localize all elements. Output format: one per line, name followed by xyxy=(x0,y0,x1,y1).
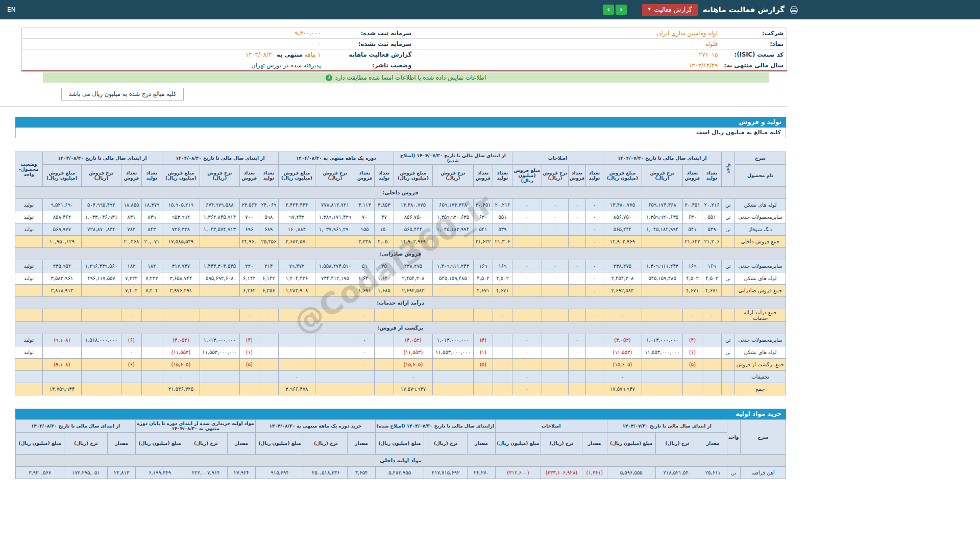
table-cell: ۳,۶۵۴ xyxy=(348,467,376,479)
table-cell: ۱۴,۷۵۹,۹۳۴ xyxy=(42,383,81,395)
col-desc: شرح xyxy=(740,420,786,455)
table-cell: ۰ xyxy=(512,211,542,223)
table-cell: ۰ xyxy=(586,223,603,236)
table-cell: ۰ xyxy=(603,371,642,383)
table-cell: ۴,۵۰۲ xyxy=(473,272,493,285)
table-cell: (۱۵,۶۰۵) xyxy=(603,359,642,371)
table-cell: ۰ xyxy=(702,309,722,322)
product-status xyxy=(15,309,42,322)
table-row: لوله های نشکنتن۲۰,۲۱۶۲۰,۴۵۱۶۵۹,۱۷۴,۳۶۸۱۳… xyxy=(15,199,786,211)
table-cell: ۱,۰۱۳,۰۰۰,۰۰۰ xyxy=(200,334,239,346)
table-cell: ۹۵۳,۹۹۲ xyxy=(162,211,200,223)
table-cell: ۸۴۹ xyxy=(141,211,162,223)
table-cell: ۰ xyxy=(512,309,542,322)
report-type-button[interactable]: گزارش فعالیت ▼ xyxy=(642,4,698,16)
table-cell: ۰ xyxy=(569,236,586,248)
table-cell: ۸۴۳ xyxy=(141,223,162,236)
table-cell: (۴,۰۵۲) xyxy=(603,334,642,346)
product-status: تولید xyxy=(15,260,42,272)
table-cell xyxy=(239,371,259,383)
table-body: مواد اولیه داخلیآهن قراضهتن۲۵,۶۱۱۲۱۸,۵۲۱… xyxy=(16,455,786,479)
column-header: مبلغ (میلیون ریال) xyxy=(256,433,304,455)
table-cell: (۱) xyxy=(473,346,493,359)
table-cell xyxy=(642,309,683,322)
prev-report-button[interactable]: ‹ xyxy=(603,5,614,15)
table-cell: ۲۳۸,۲۷۵ xyxy=(394,260,432,272)
table-cell xyxy=(81,359,121,371)
table-cell: ۱,۵۵۸,۲۷۴,۵۱۰ xyxy=(315,260,355,272)
table-cell: ۶۵۹,۱۷۴,۳۶۸ xyxy=(642,199,683,211)
table-cell xyxy=(374,371,394,383)
table-cell: ۵۶۵,۴۴۴ xyxy=(394,223,432,236)
table-cell: ۶۳۰ xyxy=(683,211,702,223)
table-cell: ۰ xyxy=(569,346,586,359)
table-cell: ۰ xyxy=(542,223,569,236)
table-cell: (۱۵,۶۰۵) xyxy=(162,359,200,371)
table-cell xyxy=(374,346,394,359)
table-cell: ۱۷۲,۲۹۵,۰۵۱ xyxy=(64,467,108,479)
table-cell xyxy=(702,371,722,383)
symbol-value: قلوله xyxy=(414,39,721,49)
table-cell xyxy=(642,236,683,248)
table-cell xyxy=(542,285,569,297)
section-header-purchases: خرید مواد اولیه xyxy=(15,409,786,419)
language-toggle[interactable]: EN xyxy=(7,6,16,13)
printer-icon[interactable] xyxy=(790,6,798,14)
table-cell: ۵۴۵,۱۵۹,۴۸۵ xyxy=(432,272,473,285)
table-cell xyxy=(493,334,512,346)
page-content: شرکت: لوله وماشين سازي ايران سرمایه ثبت … xyxy=(0,19,805,479)
table-cell: ۲,۶۹۲,۵۸۳ xyxy=(394,285,432,297)
table-cell: ۵۳۹ xyxy=(702,223,722,236)
table-cell: ۳,۸۱۸,۹۱۳ xyxy=(42,285,81,297)
table-cell: ۱۱,۵۵۳,۰۰۰,۰۰۰ xyxy=(432,346,473,359)
unit xyxy=(722,371,735,383)
table-cell: ۰ xyxy=(42,309,81,322)
table-cell: ۷۲۸,۸۷۰,۸۴۴ xyxy=(81,223,121,236)
table-cell: ۲۲۰ xyxy=(239,260,259,272)
table-cell: ۱۶۹ xyxy=(473,260,493,272)
table-row: برگشت از فروش: xyxy=(15,322,786,334)
table-cell xyxy=(278,334,315,346)
table-cell xyxy=(586,334,603,346)
table-cell: ۳,۵۸۲,۹۶۱ xyxy=(42,272,81,285)
unit: تن xyxy=(722,211,735,223)
table-cell xyxy=(315,236,355,248)
table-cell: ۶۸۹ xyxy=(259,223,278,236)
column-header: مقدار xyxy=(108,433,136,455)
table-cell: ۸۵۸,۴۶۲ xyxy=(42,211,81,223)
report-period-infix: منتهی به xyxy=(277,51,303,58)
table-cell: ۵۵۱ xyxy=(702,211,722,223)
table-cell: ۸۵۶,۷۵۰ xyxy=(603,211,642,223)
table-cell: ۲۱۸,۵۲۱,۵۴۰ xyxy=(655,467,699,479)
table-cell xyxy=(569,371,586,383)
col-desc: شرح xyxy=(735,152,786,165)
table-cell xyxy=(200,309,239,322)
table-cell xyxy=(586,371,603,383)
column-header: مبلغ فروش (میلیون ریال) xyxy=(42,165,81,187)
table-row: مواد اولیه داخلی xyxy=(16,455,786,467)
column-header: نرخ فروش (ریال) xyxy=(542,165,569,187)
column-header: مبلغ (میلیون ریال) xyxy=(607,433,655,455)
product-status: تولید xyxy=(15,211,42,223)
table-cell xyxy=(355,371,374,383)
table-cell: ۰ xyxy=(512,223,542,236)
table-cell: ۰ xyxy=(512,334,542,346)
next-report-button[interactable]: › xyxy=(616,5,627,15)
table-cell: ۰ xyxy=(542,272,569,285)
table-cell: ۰ xyxy=(542,199,569,211)
col-unit: واحد xyxy=(722,152,735,187)
table-cell xyxy=(642,383,683,395)
table-cell xyxy=(200,383,239,395)
table-cell: ۲,۴۵۴,۳۰۸ xyxy=(603,272,642,285)
table-cell: (۵) xyxy=(239,359,259,371)
column-header: تعداد تولید xyxy=(141,165,162,187)
table-cell: ۵۹۸ xyxy=(259,211,278,223)
table-cell xyxy=(374,334,394,346)
table-cell: ۴۹۶,۱۱۷,۵۵۷ xyxy=(81,272,121,285)
info-row: شرکت: لوله وماشين سازي ايران سرمایه ثبت … xyxy=(22,28,787,39)
table-cell xyxy=(542,346,569,359)
table-cell: ۰ xyxy=(278,309,315,322)
table-cell: ۱,۰۴۳,۵۷۴,۷۱۳ xyxy=(200,223,239,236)
table-cell: ۳,۹۷۶,۴۹۱ xyxy=(162,285,200,297)
production-sales-table: شرحواحداز ابتدای سال مالی تا تاریخ ۱۴۰۴/… xyxy=(15,152,786,395)
